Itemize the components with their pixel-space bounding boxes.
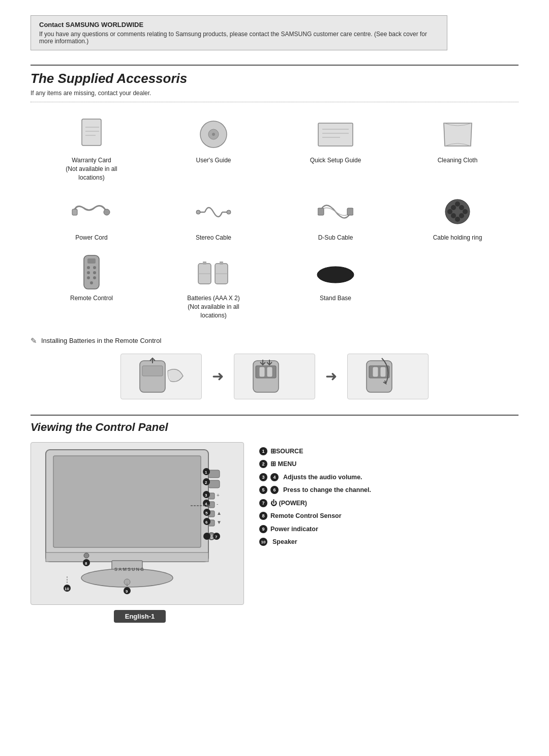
warranty-card-icon	[71, 117, 112, 152]
ctrl-label-10: Speaker	[272, 538, 297, 547]
control-item-5: 5 6 Press to change the channel.	[259, 486, 518, 495]
power-cord-label: Power Cord	[75, 234, 107, 242]
svg-rect-49	[267, 367, 272, 377]
control-item-9: 9 Power indicator	[259, 525, 518, 534]
control-item-10: 10 Speaker	[259, 538, 518, 547]
svg-text:10: 10	[65, 587, 69, 591]
stereo-cable-label: Stereo Cable	[196, 234, 231, 242]
ctrl-label-5: Press to change the channel.	[283, 486, 371, 495]
svg-rect-18	[347, 208, 353, 215]
accessory-dsub-cable: D-Sub Cable	[274, 188, 396, 248]
control-item-8: 8 Remote Control Sensor	[259, 512, 518, 521]
ctrl-label-2: ⊞ MENU	[270, 460, 296, 469]
svg-point-11	[104, 209, 110, 215]
ctrl-num-6-inline: 6	[270, 486, 279, 494]
svg-point-23	[459, 213, 464, 218]
svg-rect-38	[203, 261, 206, 265]
svg-point-34	[87, 276, 90, 279]
monitor-diagram: SAMSUNG + - ▲ ▼	[30, 442, 244, 623]
svg-text:6: 6	[205, 520, 208, 525]
svg-text:5: 5	[205, 511, 208, 515]
svg-text:7: 7	[215, 535, 218, 539]
battery-install-steps: ➜ ➜	[30, 354, 518, 399]
cleaning-cloth-label: Cleaning Cloth	[438, 156, 478, 165]
svg-rect-0	[82, 119, 101, 146]
contact-text: If you have any questions or comments re…	[39, 31, 439, 45]
svg-point-26	[447, 209, 452, 214]
svg-rect-47	[256, 366, 276, 378]
svg-rect-52	[373, 367, 378, 377]
svg-rect-61	[208, 480, 220, 488]
viewing-section: Viewing the Control Panel	[30, 415, 518, 623]
svg-rect-7	[318, 123, 353, 146]
svg-text:▼: ▼	[217, 519, 222, 525]
remote-control-label: Remote Control	[70, 294, 113, 303]
svg-text:2: 2	[205, 480, 207, 485]
svg-point-35	[93, 276, 96, 279]
svg-text:9: 9	[126, 589, 128, 594]
svg-text:-: -	[217, 501, 218, 507]
ctrl-num-2: 2	[259, 460, 267, 468]
accessory-warranty-card: Warranty Card(Not available in alllocati…	[30, 110, 152, 188]
svg-rect-45	[142, 366, 163, 376]
accessories-grid: Warranty Card(Not available in alllocati…	[30, 110, 518, 326]
svg-point-32	[87, 271, 90, 274]
users-guide-icon	[193, 117, 234, 152]
quick-setup-label: Quick Setup Guide	[310, 156, 361, 165]
svg-point-21	[459, 205, 464, 210]
svg-point-20	[451, 205, 456, 210]
svg-rect-60	[208, 470, 220, 478]
svg-point-25	[455, 217, 460, 222]
power-cord-icon	[71, 194, 112, 229]
ctrl-num-3: 3	[259, 473, 267, 481]
battery-note: ✎ Installing Batteries in the Remote Con…	[30, 336, 518, 345]
svg-rect-48	[259, 367, 265, 377]
stand-base-label: Stand Base	[320, 294, 351, 303]
svg-point-14	[196, 210, 200, 214]
svg-point-22	[451, 213, 456, 218]
ctrl-num-1: 1	[259, 447, 267, 455]
svg-text:3: 3	[205, 493, 207, 498]
svg-text:1: 1	[205, 470, 207, 475]
ctrl-label-1: ⊞SOURCE	[270, 447, 303, 456]
stand-base-icon	[315, 254, 356, 290]
accessories-title: The Supplied Accessoris	[30, 65, 518, 86]
svg-point-90	[124, 579, 130, 585]
cable-ring-icon	[437, 194, 478, 229]
svg-point-43	[317, 267, 354, 283]
svg-point-6	[212, 133, 215, 136]
accessory-users-guide: User's Guide	[152, 110, 274, 188]
battery-note-text: Installing Batteries in the Remote Contr…	[41, 337, 161, 344]
svg-point-16	[227, 210, 231, 214]
monitor-svg: SAMSUNG + - ▲ ▼	[30, 442, 244, 605]
ctrl-num-4-inline: 4	[270, 473, 279, 481]
english-badge: English-1	[114, 610, 166, 623]
accessory-cleaning-cloth: Cleaning Cloth	[396, 110, 518, 188]
dsub-cable-label: D-Sub Cable	[318, 234, 353, 242]
viewing-title: Viewing the Control Panel	[30, 421, 518, 434]
cleaning-cloth-icon	[437, 117, 478, 152]
batteries-icon	[193, 254, 234, 290]
warranty-card-label: Warranty Card(Not available in alllocati…	[66, 156, 117, 182]
dsub-cable-icon	[315, 194, 356, 229]
svg-rect-55	[53, 456, 201, 547]
note-icon: ✎	[30, 336, 37, 345]
ctrl-label-3: Adjusts the audio volume.	[283, 473, 362, 482]
svg-point-31	[93, 266, 96, 269]
svg-rect-17	[318, 208, 324, 215]
battery-step-3	[347, 354, 429, 399]
quick-setup-icon	[315, 117, 356, 152]
ctrl-num-7: 7	[259, 499, 267, 507]
accessory-stereo-cable: Stereo Cable	[152, 188, 274, 248]
svg-rect-53	[380, 367, 386, 377]
ctrl-num-8: 8	[259, 512, 267, 520]
ctrl-num-10: 10	[259, 538, 267, 546]
viewing-content: SAMSUNG + - ▲ ▼	[30, 442, 518, 623]
svg-text:SAMSUNG: SAMSUNG	[114, 567, 145, 572]
svg-point-36	[90, 281, 93, 284]
accessories-subtitle: If any items are missing, contact your d…	[30, 90, 518, 102]
control-item-2: 2 ⊞ MENU	[259, 460, 518, 469]
accessory-cable-ring: Cable holding ring	[396, 188, 518, 248]
accessory-remote: Remote Control	[30, 248, 152, 326]
battery-step-2	[234, 354, 315, 399]
